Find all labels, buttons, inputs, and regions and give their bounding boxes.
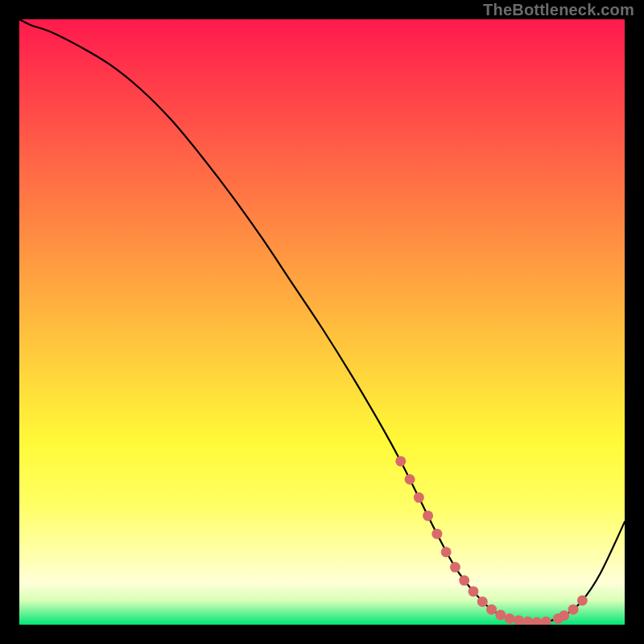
highlight-marker [431, 529, 442, 539]
highlight-marker [469, 586, 479, 597]
highlight-markers [395, 456, 588, 625]
highlight-marker [577, 595, 588, 605]
watermark-text: TheBottleneck.com [483, 1, 634, 19]
highlight-marker [514, 615, 524, 625]
highlight-marker [441, 547, 452, 557]
highlight-marker [423, 510, 433, 521]
highlight-marker [450, 562, 460, 572]
highlight-marker [405, 474, 415, 485]
highlight-marker [395, 456, 406, 466]
highlight-marker [568, 605, 579, 615]
highlight-marker [541, 617, 551, 625]
chart-svg [19, 19, 625, 625]
highlight-marker [531, 617, 542, 625]
highlight-marker [486, 605, 497, 615]
highlight-marker [459, 576, 469, 586]
highlight-marker [522, 617, 533, 625]
bottleneck-curve [19, 19, 625, 622]
highlight-marker [559, 610, 569, 621]
highlight-marker [414, 493, 424, 503]
chart-plot-area [19, 19, 625, 625]
highlight-marker [477, 597, 488, 607]
highlight-marker [505, 613, 515, 624]
highlight-marker [495, 609, 506, 620]
